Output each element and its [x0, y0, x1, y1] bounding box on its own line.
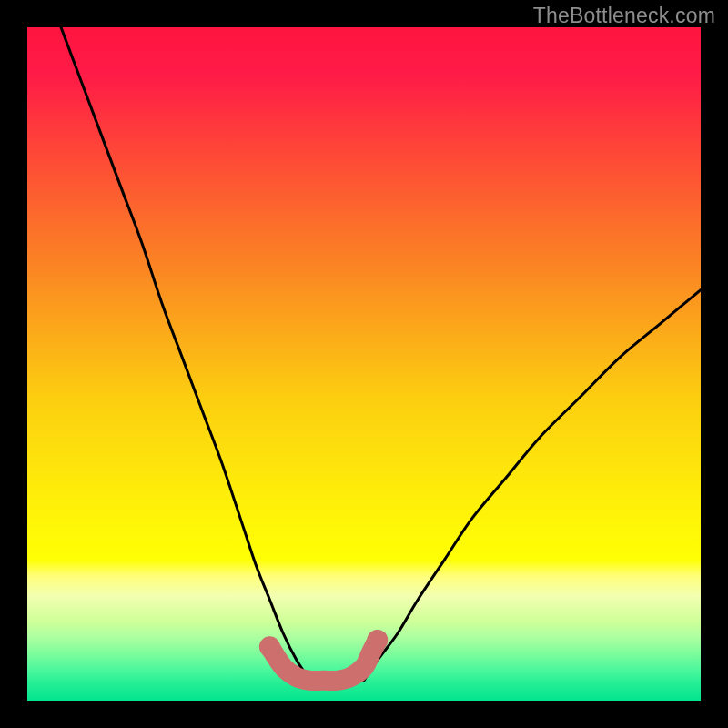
right-curve [364, 290, 701, 681]
valley-marker [269, 640, 377, 681]
curves-layer [27, 27, 701, 701]
plot-area [27, 27, 701, 701]
chart-frame: TheBottleneck.com [0, 0, 728, 728]
left-curve [61, 27, 310, 681]
watermark-text: TheBottleneck.com [533, 4, 715, 28]
svg-point-2 [367, 630, 388, 651]
svg-point-1 [259, 636, 280, 657]
